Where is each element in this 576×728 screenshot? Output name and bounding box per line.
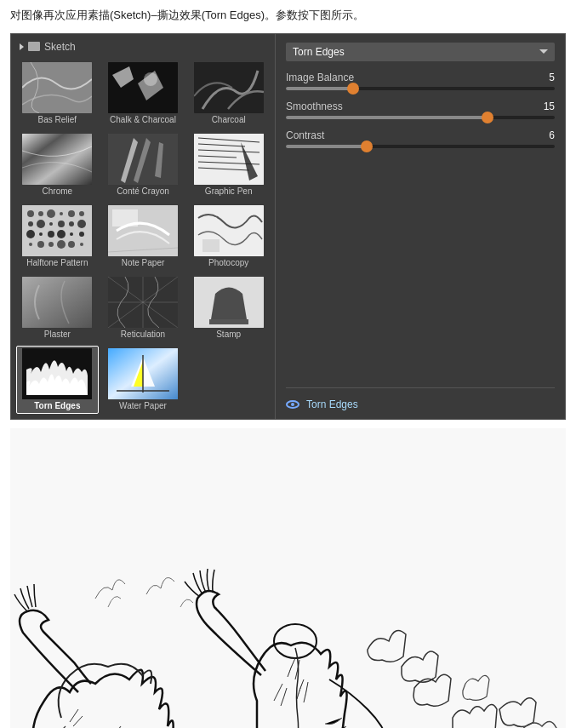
water-paper-thumb-svg bbox=[108, 348, 178, 399]
filter-thumb-note-paper bbox=[108, 205, 178, 256]
filter-label-chrome: Chrome bbox=[43, 186, 73, 197]
smoothness-slider-track bbox=[286, 116, 555, 119]
smoothness-value: 15 bbox=[538, 100, 555, 112]
filter-label-charcoal: Charcoal bbox=[212, 115, 246, 125]
contrast-label-row: Contrast 6 bbox=[286, 129, 555, 141]
contrast-row: Contrast 6 bbox=[286, 129, 555, 150]
svg-point-37 bbox=[80, 243, 83, 246]
filter-label-conte: Conté Crayon bbox=[117, 186, 169, 197]
photocopy-thumb-svg bbox=[194, 205, 264, 256]
filter-item-water-paper[interactable]: Water Paper bbox=[102, 346, 185, 414]
filter-label-photocopy: Photocopy bbox=[208, 258, 248, 268]
filter-label-graphic-pen: Graphic Pen bbox=[205, 186, 253, 197]
charcoal-thumb-svg bbox=[194, 62, 264, 113]
filter-item-chalk-charcoal[interactable]: Chalk & Charcoal bbox=[102, 60, 185, 128]
svg-point-20 bbox=[28, 221, 33, 226]
chalk-thumb-svg bbox=[108, 62, 178, 113]
filter-label-note-paper: Note Paper bbox=[122, 258, 165, 268]
svg-point-29 bbox=[57, 230, 66, 238]
filter-label-reticulation: Reticulation bbox=[121, 330, 165, 340]
filter-label-water-paper: Water Paper bbox=[119, 401, 167, 411]
smoothness-slider-thumb[interactable] bbox=[482, 112, 493, 123]
layer-bar: Torn Edges bbox=[286, 387, 555, 410]
halftone-thumb-svg bbox=[22, 205, 92, 256]
description-content: 对图像再次应用素描(Sketch)–撕边效果(Torn Edges)。参数按下图… bbox=[10, 9, 364, 21]
filter-item-halftone[interactable]: Halftone Pattern bbox=[16, 203, 99, 271]
filter-item-conte[interactable]: Conté Crayon bbox=[102, 131, 185, 199]
effect-dropdown-label: Torn Edges bbox=[293, 46, 345, 58]
filter-item-bas-relief[interactable]: Bas Relief bbox=[16, 60, 99, 128]
svg-point-16 bbox=[47, 209, 55, 218]
svg-rect-42 bbox=[22, 277, 92, 328]
filter-thumb-photocopy bbox=[194, 205, 264, 256]
collapse-triangle-icon[interactable] bbox=[20, 43, 24, 50]
smoothness-label-row: Smoothness 15 bbox=[286, 100, 555, 112]
svg-point-15 bbox=[38, 211, 43, 216]
folder-icon bbox=[28, 42, 40, 51]
svg-point-26 bbox=[26, 230, 35, 238]
filter-item-note-paper[interactable]: Note Paper bbox=[102, 203, 185, 271]
conte-thumb-svg bbox=[108, 134, 178, 185]
smoothness-slider-fill bbox=[286, 116, 488, 119]
svg-point-27 bbox=[39, 232, 43, 236]
svg-rect-41 bbox=[202, 239, 220, 252]
filter-item-charcoal[interactable]: Charcoal bbox=[187, 60, 270, 128]
note-paper-thumb-svg bbox=[108, 205, 178, 256]
plaster-thumb-svg bbox=[22, 277, 92, 328]
filter-label-plaster: Plaster bbox=[44, 330, 71, 340]
filter-label-stamp: Stamp bbox=[216, 330, 241, 340]
sketch-section-header: Sketch bbox=[16, 39, 270, 54]
image-balance-row: Image Balance 5 bbox=[286, 72, 555, 92]
torn-edges-thumb-svg bbox=[22, 348, 92, 399]
contrast-label: Contrast bbox=[286, 129, 324, 141]
effect-dropdown[interactable]: Torn Edges bbox=[286, 43, 555, 61]
svg-point-19 bbox=[79, 211, 84, 216]
svg-point-14 bbox=[27, 210, 34, 217]
sketch-filter-list: Sketch Bas Relief bbox=[11, 34, 275, 419]
filter-label-torn-edges: Torn Edges bbox=[34, 401, 80, 411]
image-balance-value: 5 bbox=[538, 72, 555, 83]
svg-point-30 bbox=[70, 232, 73, 236]
filter-label-chalk: Chalk & Charcoal bbox=[110, 115, 176, 125]
svg-point-2 bbox=[144, 72, 157, 86]
filter-thumb-plaster bbox=[22, 277, 92, 328]
svg-point-24 bbox=[69, 221, 74, 226]
filter-item-graphic-pen[interactable]: Graphic Pen bbox=[187, 131, 270, 199]
filter-thumb-halftone bbox=[22, 205, 92, 256]
filter-thumb-torn-edges bbox=[22, 348, 92, 399]
filter-thumb-graphic-pen bbox=[194, 134, 264, 185]
smoothness-label: Smoothness bbox=[286, 100, 343, 112]
stamp-thumb-svg bbox=[194, 277, 264, 328]
filter-item-reticulation[interactable]: Reticulation bbox=[102, 274, 185, 342]
contrast-slider-track bbox=[286, 145, 555, 148]
svg-point-34 bbox=[48, 242, 54, 247]
filter-thumb-stamp bbox=[194, 277, 264, 328]
svg-point-23 bbox=[58, 221, 65, 227]
settings-panel: Torn Edges Image Balance 5 Smoothness 15 bbox=[275, 34, 565, 419]
filter-item-stamp[interactable]: Stamp bbox=[187, 274, 270, 342]
svg-point-28 bbox=[48, 231, 54, 238]
image-balance-slider-thumb[interactable] bbox=[347, 83, 359, 95]
contrast-slider-thumb[interactable] bbox=[361, 140, 373, 152]
description-text: 对图像再次应用素描(Sketch)–撕边效果(Torn Edges)。参数按下图… bbox=[0, 0, 576, 33]
filter-thumb-conte bbox=[108, 134, 178, 185]
filter-thumb-charcoal bbox=[194, 62, 264, 113]
graphic-pen-thumb-svg bbox=[194, 134, 264, 185]
sketch-header-label: Sketch bbox=[44, 41, 76, 53]
filter-panel: Sketch Bas Relief bbox=[10, 33, 566, 420]
filter-item-chrome[interactable]: Chrome bbox=[16, 131, 99, 199]
filter-item-torn-edges[interactable]: Torn Edges bbox=[16, 346, 99, 414]
chrome-thumb-svg bbox=[22, 134, 92, 185]
filter-thumb-bas-relief bbox=[22, 62, 92, 113]
filter-item-plaster[interactable]: Plaster bbox=[16, 274, 99, 342]
chevron-down-icon bbox=[539, 49, 548, 54]
svg-point-21 bbox=[37, 220, 45, 228]
filter-item-photocopy[interactable]: Photocopy bbox=[187, 203, 270, 271]
image-balance-slider-fill bbox=[286, 87, 353, 90]
svg-point-35 bbox=[57, 240, 66, 249]
svg-point-18 bbox=[68, 210, 75, 217]
result-image-area bbox=[10, 428, 566, 728]
layer-visibility-eye-icon[interactable] bbox=[286, 400, 299, 409]
svg-point-31 bbox=[79, 232, 84, 237]
reticulation-thumb-svg bbox=[108, 277, 178, 328]
